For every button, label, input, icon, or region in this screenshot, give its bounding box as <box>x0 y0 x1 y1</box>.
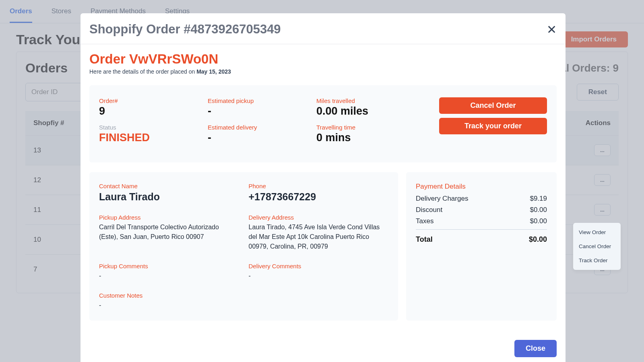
contact-card: Contact Name Laura Tirado Phone +1787366… <box>89 172 398 321</box>
miles-label: Miles travelled <box>316 97 421 104</box>
pickup-comments-label: Pickup Comments <box>99 263 239 269</box>
order-subtitle: Here are the details of the order placed… <box>89 68 557 75</box>
pickup-label: Estimated pickup <box>208 97 312 104</box>
delivery-address-value: Laura Tirado, 4745 Ave Isla Verde Cond V… <box>249 222 389 251</box>
pickup-value: - <box>208 105 312 117</box>
delivery-comments-label: Delivery Comments <box>249 263 389 269</box>
pickup-address-label: Pickup Address <box>99 214 239 221</box>
payment-row: Delivery Charges $9.19 <box>416 195 547 203</box>
track-order-button[interactable]: Track your order <box>439 118 547 134</box>
phone-label: Phone <box>249 183 389 189</box>
order-detail-modal: Shoppify Order #4873926705349 ✕ Order Vw… <box>80 13 566 362</box>
cancel-order-button[interactable]: Cancel Order <box>439 97 547 114</box>
summary-box: Order# 9 Status FINISHED Estimated picku… <box>89 85 557 162</box>
time-value: 0 mins <box>316 132 421 144</box>
order-num-label: Order# <box>99 97 204 104</box>
status-label: Status <box>99 124 204 131</box>
status-value: FINISHED <box>99 132 204 144</box>
contact-name-label: Contact Name <box>99 183 239 189</box>
customer-notes-value: - <box>99 300 239 310</box>
contact-name-value: Laura Tirado <box>99 191 239 203</box>
customer-notes-label: Customer Notes <box>99 292 239 299</box>
pickup-address-value: Carril Del Transporte Colectivo Autoriza… <box>99 222 239 242</box>
menu-view-order[interactable]: View Order <box>573 225 621 239</box>
delivery-value: - <box>208 132 312 144</box>
payment-row: Discount $0.00 <box>416 206 547 214</box>
delivery-label: Estimated delivery <box>208 124 312 131</box>
row-context-menu: View Order Cancel Order Track Order <box>573 223 621 270</box>
menu-cancel-order[interactable]: Cancel Order <box>573 239 621 253</box>
menu-track-order[interactable]: Track Order <box>573 253 621 267</box>
payment-title: Payment Details <box>416 183 547 191</box>
payment-row: Taxes $0.00 <box>416 217 547 225</box>
payment-total: Total $0.00 <box>416 229 547 244</box>
pickup-comments-value: - <box>99 271 239 281</box>
modal-title: Shoppify Order #4873926705349 <box>89 22 281 37</box>
time-label: Travelling time <box>316 124 421 131</box>
delivery-address-label: Delivery Address <box>249 214 389 221</box>
miles-value: 0.00 miles <box>316 105 421 117</box>
payment-card: Payment Details Delivery Charges $9.19 D… <box>406 172 557 321</box>
delivery-comments-value: - <box>249 271 389 281</box>
order-title: Order VwVRrSWo0N <box>89 51 557 67</box>
close-icon[interactable]: ✕ <box>547 23 557 37</box>
order-num-value: 9 <box>99 105 204 117</box>
close-button[interactable]: Close <box>514 340 557 357</box>
phone-value: +17873667229 <box>249 191 389 203</box>
